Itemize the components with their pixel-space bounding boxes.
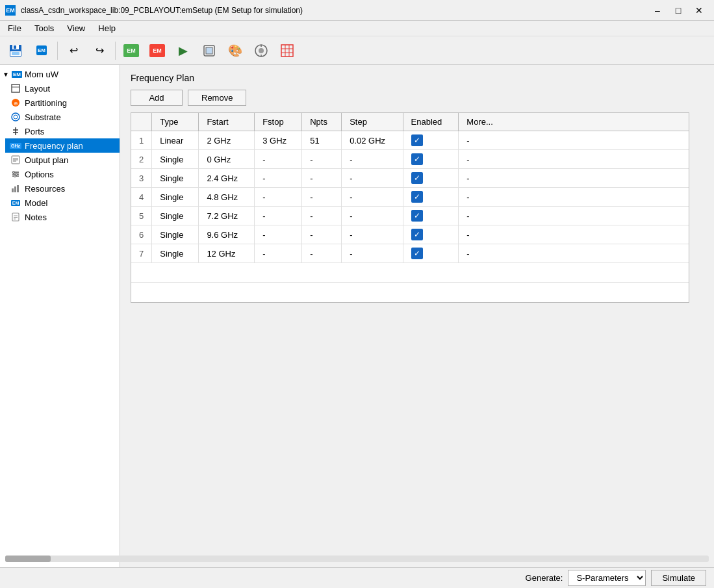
- generate-select[interactable]: S-Parameters Y-Parameters Z-Parameters: [568, 570, 646, 586]
- col-fstop: Fstop: [255, 113, 302, 131]
- menu-tools[interactable]: Tools: [29, 22, 59, 34]
- minimize-button[interactable]: –: [648, 1, 667, 19]
- empty-cell: [131, 283, 689, 302]
- row-type-5: Single: [152, 207, 199, 225]
- redo-button[interactable]: ↪: [88, 39, 111, 62]
- remove-button[interactable]: Remove: [188, 90, 246, 106]
- row-enabled-3[interactable]: ✓: [403, 169, 459, 188]
- section-title: Frequency Plan: [131, 73, 704, 83]
- output-plan-icon: [10, 155, 21, 165]
- sidebar-item-model[interactable]: EM Model: [5, 196, 120, 210]
- checkbox-1[interactable]: ✓: [411, 134, 423, 146]
- sidebar-item-options[interactable]: Options: [5, 167, 120, 181]
- menu-view[interactable]: View: [62, 22, 90, 34]
- svg-rect-10: [206, 47, 212, 54]
- sidebar-item-partitioning[interactable]: ⊕ Partitioning: [5, 96, 120, 110]
- frequency-table: Type Fstart Fstop Npts Step Enabled More…: [131, 112, 689, 303]
- sidebar-scrollbar[interactable]: [5, 556, 120, 562]
- checkbox-3[interactable]: ✓: [411, 172, 423, 184]
- frequency-plan-icon: GHz: [10, 140, 21, 151]
- add-button[interactable]: Add: [131, 90, 183, 106]
- row-fstart-1: 2 GHz: [199, 131, 255, 150]
- row-step-6: -: [342, 225, 403, 244]
- row-num-1: 1: [131, 131, 152, 150]
- table-row[interactable]: 5 Single 7.2 GHz - - - ✓ -: [131, 207, 689, 225]
- sidebar-item-notes[interactable]: Notes: [5, 210, 120, 224]
- row-enabled-2[interactable]: ✓: [403, 150, 459, 169]
- row-num-7: 7: [131, 244, 152, 263]
- col-fstart: Fstart: [199, 113, 255, 131]
- row-enabled-4[interactable]: ✓: [403, 188, 459, 207]
- em-setup-button[interactable]: EM: [30, 39, 53, 62]
- sidebar-item-resources[interactable]: Resources: [5, 181, 120, 196]
- svg-point-36: [13, 172, 15, 173]
- main-layout: ▼ EM Mom uW Layout ⊕ Partitioning: [0, 65, 714, 567]
- col-enabled: Enabled: [403, 113, 459, 131]
- run-button[interactable]: ▶: [172, 39, 195, 62]
- sidebar-item-frequency-plan[interactable]: GHz Frequency plan: [5, 138, 120, 153]
- sidebar-parent-mom[interactable]: ▼ EM Mom uW: [0, 68, 120, 81]
- menu-file[interactable]: File: [3, 22, 27, 34]
- row-fstop-1: 3 GHz: [255, 131, 302, 150]
- row-enabled-5[interactable]: ✓: [403, 207, 459, 225]
- row-type-7: Single: [152, 244, 199, 263]
- table-row[interactable]: 3 Single 2.4 GHz - - - ✓ -: [131, 169, 689, 188]
- empty-row: [131, 283, 689, 302]
- svg-rect-41: [17, 185, 19, 192]
- table-row[interactable]: 4 Single 4.8 GHz - - - ✓ -: [131, 188, 689, 207]
- undo-button[interactable]: ↩: [62, 39, 85, 62]
- close-button[interactable]: ✕: [689, 1, 709, 19]
- em1-button[interactable]: EM: [120, 39, 143, 62]
- table-row[interactable]: 6 Single 9.6 GHz - - - ✓ -: [131, 225, 689, 244]
- colors-button[interactable]: 🎨: [223, 39, 247, 62]
- sidebar-item-ports[interactable]: Ports: [5, 124, 120, 138]
- row-num-3: 3: [131, 169, 152, 188]
- row-enabled-1[interactable]: ✓: [403, 131, 459, 150]
- table-row[interactable]: 7 Single 12 GHz - - - ✓ -: [131, 244, 689, 263]
- checkbox-6[interactable]: ✓: [411, 229, 423, 240]
- row-fstart-6: 9.6 GHz: [199, 225, 255, 244]
- maximize-button[interactable]: □: [669, 1, 688, 19]
- ports-icon: [10, 126, 21, 136]
- row-more-4: -: [459, 188, 689, 207]
- partitioning-icon: ⊕: [10, 97, 21, 108]
- svg-point-38: [14, 175, 16, 177]
- simulate-button[interactable]: Simulate: [651, 570, 706, 586]
- row-npts-2: -: [302, 150, 342, 169]
- sidebar-item-substrate[interactable]: Substrate: [5, 110, 120, 124]
- row-fstop-6: -: [255, 225, 302, 244]
- model-icon: EM: [10, 198, 21, 208]
- toolbar: EM ↩ ↪ EM EM ▶ 🎨: [0, 36, 714, 65]
- row-enabled-7[interactable]: ✓: [403, 244, 459, 263]
- row-fstop-5: -: [255, 207, 302, 225]
- checkbox-2[interactable]: ✓: [411, 153, 423, 165]
- checkbox-7[interactable]: ✓: [411, 248, 423, 259]
- row-num-5: 5: [131, 207, 152, 225]
- sidebar-item-output-plan[interactable]: Output plan: [5, 153, 120, 167]
- 3d-view-button[interactable]: [198, 39, 221, 62]
- checkbox-4[interactable]: ✓: [411, 191, 423, 203]
- row-more-1: -: [459, 131, 689, 150]
- options-icon: [10, 169, 21, 179]
- mesh-button[interactable]: [275, 39, 299, 62]
- row-step-7: -: [342, 244, 403, 263]
- sidebar-item-layout[interactable]: Layout: [5, 81, 120, 96]
- checkbox-5[interactable]: ✓: [411, 210, 423, 222]
- menu-help[interactable]: Help: [93, 22, 121, 34]
- generate-label: Generate:: [526, 573, 563, 583]
- mom-icon: EM: [12, 71, 22, 78]
- save-button[interactable]: [4, 39, 27, 62]
- row-type-2: Single: [152, 150, 199, 169]
- table-row[interactable]: 1 Linear 2 GHz 3 GHz 51 0.02 GHz ✓ -: [131, 131, 689, 150]
- ports-button[interactable]: [249, 39, 273, 62]
- row-step-3: -: [342, 169, 403, 188]
- svg-rect-40: [14, 186, 16, 192]
- col-more: More...: [459, 113, 689, 131]
- row-fstop-7: -: [255, 244, 302, 263]
- svg-point-25: [14, 115, 18, 119]
- content-area: Frequency Plan Add Remove Type Fstart Fs…: [120, 65, 714, 567]
- row-enabled-6[interactable]: ✓: [403, 225, 459, 244]
- svg-point-12: [259, 48, 264, 53]
- table-row[interactable]: 2 Single 0 GHz - - - ✓ -: [131, 150, 689, 169]
- em2-button[interactable]: EM: [146, 39, 169, 62]
